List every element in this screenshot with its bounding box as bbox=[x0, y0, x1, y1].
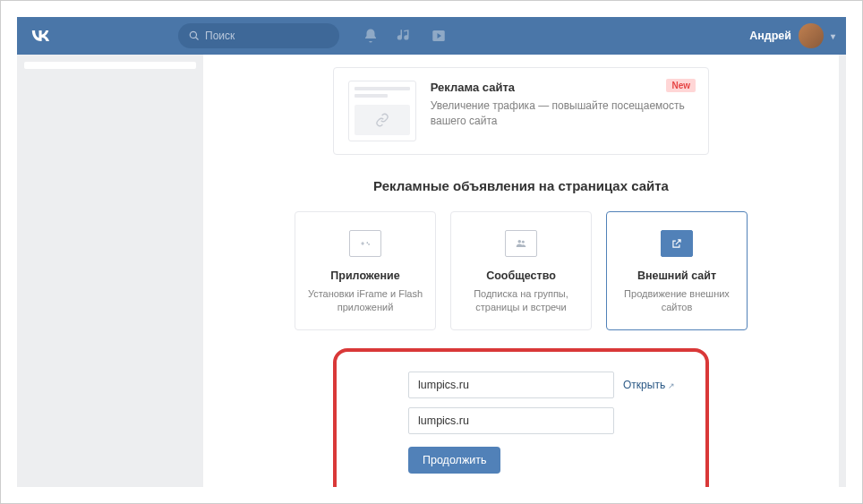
new-badge: New bbox=[666, 79, 696, 92]
music-icon[interactable] bbox=[397, 28, 413, 44]
promo-card[interactable]: New Реклама сайта Увеличение трафика — п… bbox=[333, 67, 709, 155]
link-icon bbox=[375, 113, 389, 127]
card-title: Внешний сайт bbox=[618, 269, 736, 282]
vk-logo[interactable] bbox=[28, 23, 53, 48]
card-app[interactable]: Приложение Установки iFrame и Flash прил… bbox=[295, 211, 436, 330]
avatar bbox=[799, 23, 824, 48]
promo-title: Реклама сайта bbox=[431, 81, 694, 94]
chevron-down-icon: ▾ bbox=[831, 31, 835, 41]
svg-point-2 bbox=[522, 241, 525, 243]
url-input[interactable] bbox=[408, 372, 614, 398]
open-link[interactable]: Открыть bbox=[623, 379, 675, 391]
promo-desc: Увеличение трафика — повышайте посещаемо… bbox=[431, 98, 694, 130]
section-title: Рекламные объявления на страницах сайта bbox=[203, 178, 839, 193]
search-input[interactable]: Поиск bbox=[178, 23, 339, 48]
top-header: Поиск Андрей ▾ bbox=[17, 17, 846, 55]
continue-button[interactable]: Продолжить bbox=[408, 447, 500, 474]
card-desc: Продвижение внешних сайтов bbox=[618, 287, 736, 315]
card-title: Сообщество bbox=[462, 269, 580, 282]
search-placeholder: Поиск bbox=[205, 30, 235, 42]
svg-point-1 bbox=[518, 240, 522, 243]
left-sidebar bbox=[17, 55, 196, 487]
notifications-icon[interactable] bbox=[363, 28, 379, 44]
domain-input[interactable] bbox=[408, 407, 614, 434]
card-desc: Установки iFrame и Flash приложений bbox=[306, 287, 424, 315]
search-icon bbox=[189, 30, 200, 41]
main-content: New Реклама сайта Увеличение трафика — п… bbox=[203, 55, 839, 487]
users-icon bbox=[515, 237, 527, 250]
video-icon[interactable] bbox=[431, 28, 447, 44]
card-community[interactable]: Сообщество Подписка на группы, страницы … bbox=[450, 211, 592, 330]
card-external-site[interactable]: Внешний сайт Продвижение внешних сайтов bbox=[606, 211, 748, 330]
site-form: Открыть Продолжить Если у Вас возникли п… bbox=[333, 348, 709, 487]
user-menu[interactable]: Андрей ▾ bbox=[749, 23, 835, 48]
username: Андрей bbox=[749, 30, 791, 42]
card-title: Приложение bbox=[306, 269, 424, 282]
ad-type-cards: Приложение Установки iFrame и Flash прил… bbox=[203, 211, 839, 330]
gamepad-icon bbox=[359, 237, 372, 250]
promo-preview bbox=[348, 81, 416, 141]
external-icon bbox=[671, 237, 683, 250]
card-desc: Подписка на группы, страницы и встречи bbox=[462, 287, 580, 315]
